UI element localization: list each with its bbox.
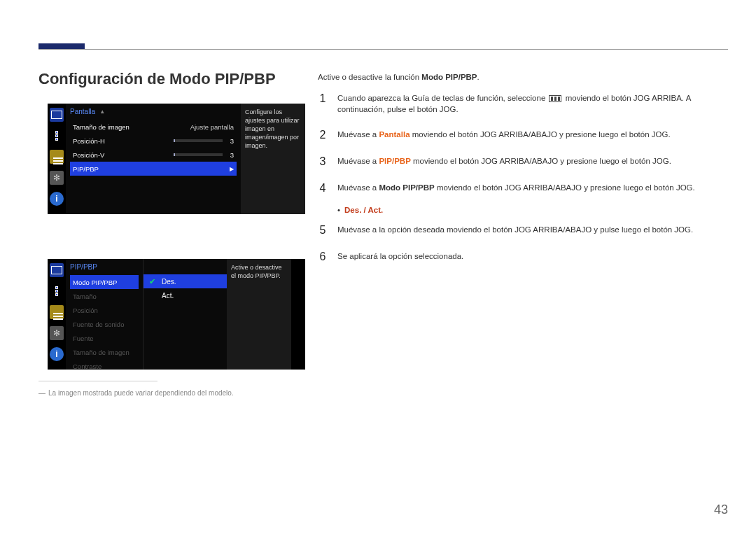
slider-track: [174, 153, 223, 156]
menu-label: Posición-V: [73, 151, 174, 159]
step-5: 5 Muévase a la opción deseada moviendo e…: [318, 220, 728, 246]
menu-item-modo-pip-pbp[interactable]: Modo PIP/PBP: [70, 275, 139, 289]
header-accent: [38, 43, 85, 49]
step-text: Cuando aparezca la Guía de teclas de fun…: [337, 92, 728, 115]
settings-category-icon: ✻: [50, 171, 64, 185]
step-4: 4 Muévase a Modo PIP/PBP moviendo el bot…: [318, 178, 728, 204]
osd-menu: Pantalla ▲ Tamaño de imagen Ajuste panta…: [66, 104, 241, 214]
up-caret-icon: ▲: [99, 108, 105, 115]
menu-label: Modo PIP/PBP: [73, 279, 136, 286]
footnote: ―La imagen mostrada puede variar dependi…: [38, 389, 234, 397]
step-number: 2: [318, 129, 328, 141]
osd-icon-column: ✻ i: [48, 104, 66, 214]
osd-help-text: Active o desactive el modo PIP/PBP.: [231, 264, 282, 279]
options-category-icon: [50, 150, 64, 164]
menu-item-tamano-imagen[interactable]: Tamaño de imagen Ajuste pantalla: [70, 120, 237, 134]
step-number: 3: [318, 155, 328, 168]
step-text: Muévase a Pantalla moviendo el botón JOG…: [337, 129, 671, 141]
step-3: 3 Muévase a PIP/PBP moviendo el botón JO…: [318, 151, 728, 178]
options-text: •Des. / Act.: [337, 206, 383, 214]
menu-label: Posición-H: [73, 137, 174, 145]
step-1: 1 Cuando aparezca la Guía de teclas de f…: [318, 88, 728, 125]
step-6: 6 Se aplicará la opción seleccionada.: [318, 246, 728, 273]
menu-value: 3: [227, 151, 234, 159]
picture-category-icon: [50, 263, 64, 277]
osd-submenu: ✔ Des. Act.: [143, 259, 227, 370]
info-category-icon: i: [50, 347, 64, 361]
settings-category-icon: ✻: [50, 326, 64, 340]
screen-category-icon: [50, 284, 64, 298]
menu-inline-icon: [549, 95, 561, 102]
instructions-column: Active o desactive la función Modo PIP/P…: [318, 73, 728, 273]
step-number: 1: [318, 92, 328, 115]
menu-label: PIP/PBP: [73, 165, 230, 173]
step-2: 2 Muévase a Pantalla moviendo el botón J…: [318, 125, 728, 151]
menu-item-tamano-imagen: Tamaño de imagen: [70, 345, 139, 359]
menu-item-fuente: Fuente: [70, 331, 139, 345]
info-category-icon: i: [50, 192, 64, 206]
step-text: Muévase a PIP/PBP moviendo el botón JOG …: [337, 155, 671, 168]
step-text: Muévase a Modo PIP/PBP moviendo el botón…: [337, 182, 695, 195]
osd-help-text: Configure los ajustes para utilizar imag…: [245, 108, 300, 149]
chevron-right-icon: ▶: [230, 166, 234, 172]
menu-value: 3: [227, 137, 234, 145]
options-category-icon: [50, 305, 64, 319]
osd-screen-pip-pbp: ✻ i PIP/PBP Modo PIP/PBP Tamaño Posición…: [48, 259, 305, 370]
options-row: •Des. / Act.: [318, 204, 728, 220]
menu-value: Ajuste pantalla: [190, 123, 234, 131]
menu-item-pip-pbp[interactable]: PIP/PBP ▶: [70, 162, 237, 176]
menu-item-posicion: Posición: [70, 303, 139, 317]
menu-item-fuente-sonido: Fuente de sonido: [70, 317, 139, 331]
option-label: Act.: [162, 292, 174, 300]
menu-item-posicion-h[interactable]: Posición-H 3: [70, 134, 237, 148]
header-rule: [38, 49, 728, 50]
page-title: Configuración de Modo PIP/PBP: [38, 70, 276, 88]
osd-help-panel: Configure los ajustes para utilizar imag…: [241, 104, 305, 214]
step-text: Muévase a la opción deseada moviendo el …: [337, 224, 693, 237]
osd-menu-title: PIP/PBP: [70, 263, 97, 271]
option-des[interactable]: ✔ Des.: [144, 274, 227, 288]
slider-track: [174, 139, 223, 142]
osd-screen-pantalla: ✻ i Pantalla ▲ Tamaño de imagen Ajuste p…: [48, 104, 305, 214]
option-label: Des.: [162, 278, 176, 286]
osd-menu-title: Pantalla: [70, 108, 95, 115]
screen-category-icon: [50, 129, 64, 143]
check-icon: ✔: [149, 277, 158, 286]
osd-help-panel: Active o desactive el modo PIP/PBP.: [227, 259, 291, 370]
menu-item-posicion-v[interactable]: Posición-V 3: [70, 148, 237, 162]
step-number: 4: [318, 182, 328, 195]
step-text: Se aplicará la opción seleccionada.: [337, 251, 463, 263]
intro-text: Active o desactive la función Modo PIP/P…: [318, 73, 728, 81]
footnote-rule: [38, 381, 158, 381]
osd-menu-header: PIP/PBP: [70, 262, 139, 275]
step-number: 5: [318, 224, 328, 237]
option-act[interactable]: Act.: [144, 288, 227, 302]
menu-label: Tamaño de imagen: [73, 123, 190, 131]
menu-item-tamano: Tamaño: [70, 289, 139, 303]
menu-item-contraste: Contraste: [70, 359, 139, 373]
osd-icon-column: ✻ i: [48, 259, 66, 370]
osd-menu: PIP/PBP Modo PIP/PBP Tamaño Posición Fue…: [66, 259, 143, 370]
picture-category-icon: [50, 108, 64, 122]
osd-menu-header: Pantalla ▲: [70, 106, 237, 120]
step-number: 6: [318, 251, 328, 263]
page-number: 43: [714, 503, 728, 517]
